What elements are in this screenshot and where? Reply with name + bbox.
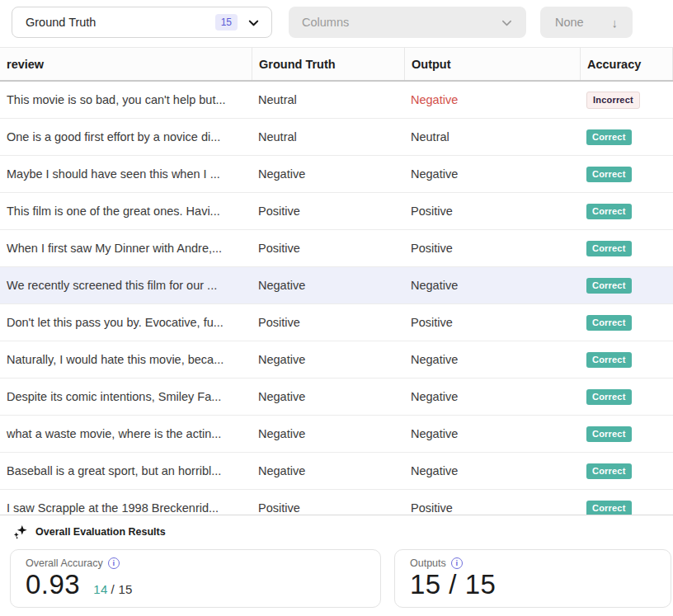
evaluation-results-page: Ground Truth 15 Columns None ↓ review Gr… [0,0,673,616]
accuracy-badge: Correct [586,167,632,182]
accuracy-badge: Correct [586,204,632,219]
accuracy-cell: Correct [580,129,673,145]
output-cell: Positive [404,501,580,515]
accuracy-cell: Correct [580,426,673,442]
review-cell: Maybe I should have seen this when I ... [0,167,252,181]
table-row[interactable]: Don't let this pass you by. Evocative, f… [0,304,673,341]
accuracy-cell: Correct [580,315,673,331]
table-row[interactable]: We recently screened this film for our .… [0,267,673,304]
output-cell: Negative [404,390,580,403]
output-cell: Negative [404,353,580,366]
overall-results-header: Overall Evaluation Results [13,524,673,539]
ground-truth-cell: Negative [252,353,404,366]
columns-select[interactable]: Columns [289,7,526,38]
review-cell: I saw Scrapple at the 1998 Breckenrid... [0,501,252,515]
arrow-down-icon: ↓ [612,16,619,30]
chevron-down-icon [501,16,513,29]
info-icon[interactable] [108,557,120,569]
review-cell: Despite its comic intentions, Smiley Fa.… [0,390,252,403]
accuracy-cell: Correct [580,241,673,256]
ground-truth-cell: Negative [252,279,404,292]
review-cell: One is a good first effort by a novice d… [0,130,252,143]
accuracy-cell: Correct [580,352,673,368]
review-cell: When I first saw My Dinner with Andre,..… [0,242,252,255]
column-header-ground-truth[interactable]: Ground Truth [252,48,404,80]
accuracy-cell: Incorrect [580,92,673,109]
review-cell: what a waste movie, where is the actin..… [0,427,252,440]
outputs-value-row: 15 / 15 [410,570,656,600]
table-body: This movie is so bad, you can't help but… [0,82,673,527]
ground-truth-cell: Negative [252,390,404,403]
accuracy-cell: Correct [580,278,673,294]
results-table: review Ground Truth Output Accuracy This… [0,47,673,527]
review-cell: Baseball is a great sport, but an horrib… [0,464,252,477]
output-cell: Negative [404,464,580,477]
overall-accuracy-value-row: 0.93 14/ 15 [26,570,365,600]
output-cell: Positive [404,242,580,255]
ground-truth-cell: Negative [252,427,404,440]
output-cell: Positive [404,316,580,329]
ground-truth-cell: Negative [252,167,404,181]
table-row[interactable]: Naturally, I would hate this movie, beca… [0,341,673,379]
accuracy-badge: Incorrect [586,92,640,109]
accuracy-cell: Correct [580,204,673,219]
table-row[interactable]: Despite its comic intentions, Smiley Fa.… [0,379,673,416]
table-row[interactable]: This film is one of the great ones. Havi… [0,193,673,230]
outputs-label: Outputs [410,557,446,569]
sort-button[interactable]: None ↓ [540,7,633,38]
output-cell: Negative [404,427,580,440]
review-cell: This movie is so bad, you can't help but… [0,93,252,106]
accuracy-badge: Correct [586,278,632,294]
ground-truth-cell: Neutral [252,130,404,143]
output-cell: Negative [404,279,580,292]
overall-accuracy-label-row: Overall Accuracy [26,557,365,569]
accuracy-cell: Correct [580,501,673,516]
table-row[interactable]: Baseball is a great sport, but an horrib… [0,453,673,490]
output-cell: Negative [404,93,580,106]
review-cell: Naturally, I would hate this movie, beca… [0,353,252,366]
row-count-badge: 15 [215,14,238,31]
columns-select-placeholder: Columns [302,16,501,29]
table-row[interactable]: One is a good first effort by a novice d… [0,119,673,156]
overall-accuracy-fraction: 14/ 15 [93,582,133,596]
info-icon[interactable] [451,557,463,569]
ground-truth-cell: Positive [252,242,404,255]
table-row[interactable]: When I first saw My Dinner with Andre,..… [0,230,673,267]
output-cell: Negative [404,167,580,181]
accuracy-badge: Correct [586,241,632,256]
column-header-review[interactable]: review [0,48,252,80]
ground-truth-cell: Positive [252,205,404,218]
accuracy-badge: Correct [586,389,632,405]
outputs-card: Outputs 15 / 15 [394,549,671,608]
column-header-output[interactable]: Output [404,48,580,80]
ground-truth-cell: Positive [252,316,404,329]
output-cell: Positive [404,205,580,218]
ground-truth-cell: Negative [252,464,404,477]
accuracy-badge: Correct [586,426,632,442]
accuracy-badge: Correct [586,501,632,516]
accuracy-badge: Correct [586,129,632,145]
table-row[interactable]: This movie is so bad, you can't help but… [0,82,673,119]
overall-accuracy-card: Overall Accuracy 0.93 14/ 15 [10,549,381,608]
fraction-denominator: / 15 [111,582,133,596]
table-row[interactable]: Maybe I should have seen this when I ...… [0,156,673,193]
overall-accuracy-label: Overall Accuracy [26,557,103,569]
dataset-select[interactable]: Ground Truth 15 [12,7,272,38]
outputs-value: 15 / 15 [410,570,496,600]
review-cell: We recently screened this film for our .… [0,279,252,292]
fraction-numerator: 14 [93,582,107,596]
table-row[interactable]: what a waste movie, where is the actin..… [0,416,673,453]
review-cell: This film is one of the great ones. Havi… [0,205,252,218]
overall-results-title: Overall Evaluation Results [35,526,166,538]
sparkles-icon [13,524,28,539]
review-cell: Don't let this pass you by. Evocative, f… [0,316,252,329]
dataset-select-label: Ground Truth [26,16,205,29]
column-header-accuracy[interactable]: Accuracy [580,48,673,80]
sort-button-label: None [555,16,584,29]
toolbar: Ground Truth 15 Columns None ↓ [0,0,673,47]
accuracy-cell: Correct [580,167,673,182]
output-cell: Neutral [404,130,580,143]
accuracy-badge: Correct [586,315,632,331]
chevron-down-icon [247,16,260,29]
accuracy-cell: Correct [580,389,673,405]
